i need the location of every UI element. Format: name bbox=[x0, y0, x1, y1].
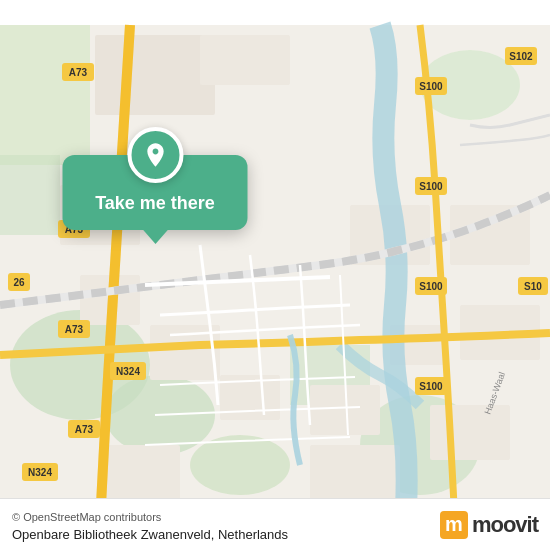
svg-text:S102: S102 bbox=[509, 51, 533, 62]
moovit-logo: m moovit bbox=[440, 511, 538, 539]
svg-text:A73: A73 bbox=[75, 424, 94, 435]
moovit-logo-text: moovit bbox=[472, 512, 538, 538]
svg-rect-22 bbox=[100, 445, 180, 505]
map-attribution: © OpenStreetMap contributors Openbare Bi… bbox=[12, 507, 288, 543]
svg-point-8 bbox=[190, 435, 290, 495]
svg-rect-20 bbox=[310, 445, 400, 505]
svg-text:S10: S10 bbox=[524, 281, 542, 292]
svg-text:26: 26 bbox=[13, 277, 25, 288]
svg-text:A73: A73 bbox=[69, 67, 88, 78]
svg-rect-21 bbox=[430, 405, 510, 460]
svg-rect-4 bbox=[0, 25, 90, 165]
svg-text:N324: N324 bbox=[28, 467, 52, 478]
moovit-logo-icon: m bbox=[440, 511, 468, 539]
svg-text:S100: S100 bbox=[419, 381, 443, 392]
svg-rect-5 bbox=[0, 155, 60, 235]
svg-rect-9 bbox=[95, 35, 215, 115]
attribution-text: © OpenStreetMap contributors bbox=[12, 511, 161, 523]
svg-text:S100: S100 bbox=[419, 81, 443, 92]
svg-rect-14 bbox=[200, 35, 290, 85]
location-name: Openbare Bibliotheek Zwanenveld, Netherl… bbox=[12, 527, 288, 542]
svg-text:S100: S100 bbox=[419, 281, 443, 292]
popup-label[interactable]: Take me there bbox=[79, 183, 231, 230]
location-pin-icon bbox=[127, 127, 183, 183]
map-background: A73 A73 A73 A73 N324 N324 S100 S100 S100… bbox=[0, 0, 550, 550]
svg-text:N324: N324 bbox=[116, 366, 140, 377]
svg-text:S100: S100 bbox=[419, 181, 443, 192]
location-popup[interactable]: Take me there bbox=[63, 155, 248, 230]
map-container: A73 A73 A73 A73 N324 N324 S100 S100 S100… bbox=[0, 0, 550, 550]
svg-text:A73: A73 bbox=[65, 324, 84, 335]
bottom-bar: © OpenStreetMap contributors Openbare Bi… bbox=[0, 498, 550, 550]
